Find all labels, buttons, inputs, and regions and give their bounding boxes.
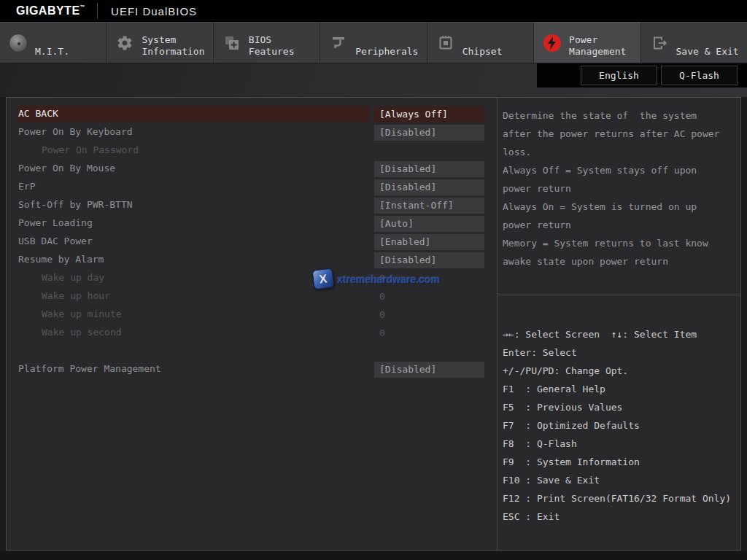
bottom-strip: [0, 551, 747, 560]
tab-mit[interactable]: M.I.T.: [0, 22, 107, 63]
setting-label: Platform Power Management: [18, 363, 161, 374]
setting-value[interactable]: [Disabled]: [374, 125, 484, 141]
watermark-text: xtremehardware.com: [337, 273, 440, 285]
tab-save-exit[interactable]: Save & Exit: [641, 22, 747, 63]
watermark: X xtremehardware.com: [313, 269, 440, 289]
setting-label: Wake up day: [42, 272, 104, 283]
tab-label: SystemInformation: [142, 34, 204, 63]
language-button[interactable]: English: [581, 66, 657, 85]
lightning-icon: [542, 34, 562, 52]
setting-value[interactable]: [Disabled]: [374, 161, 484, 177]
setting-label: Soft-Off by PWR-BTTN: [18, 199, 133, 210]
tab-label: Save & Exit: [676, 46, 739, 63]
item-help-text: Determine the state of the systemafter t…: [498, 98, 740, 295]
key-line: F12 : Print Screen(FAT16/32 Format Only): [503, 489, 740, 508]
help-line: power return: [503, 216, 738, 234]
setting-label: Power On Password: [42, 144, 139, 155]
key-line: F8 : Q-Flash: [503, 435, 740, 453]
help-line: Determine the state of the system: [503, 106, 738, 125]
help-line: after the power returns after AC power: [503, 125, 738, 143]
help-pane: Determine the state of the systemafter t…: [498, 98, 740, 550]
mit-dial-icon: [8, 34, 28, 52]
setting-value[interactable]: [Enabled]: [374, 234, 484, 250]
key-line: →←: Select Screen ↑↓: Select Item: [503, 325, 740, 343]
tab-bar: M.I.T. SystemInformation BIOSFeatures Pe…: [0, 22, 747, 63]
tab-label: Peripherals: [355, 46, 418, 63]
row-spacer: [7, 343, 497, 361]
setting-label: AC BACK: [18, 108, 58, 119]
setting-label: Power On By Mouse: [18, 163, 115, 174]
tab-label: PowerManagement: [569, 34, 626, 63]
setting-row-wake-up-second[interactable]: Wake up second0: [7, 324, 497, 343]
setting-value[interactable]: [Auto]: [374, 216, 484, 232]
gear-icon: [115, 34, 135, 52]
setting-label: Wake up second: [42, 327, 122, 338]
tab-chipset[interactable]: Chipset: [427, 22, 534, 63]
setting-row-soft-off-by-pwr-bttn[interactable]: Soft-Off by PWR-BTTN[Instant-Off]: [7, 197, 497, 215]
setting-row-resume-by-alarm[interactable]: Resume by Alarm[Disabled]: [7, 252, 497, 270]
key-line: F5 : Previous Values: [503, 398, 740, 416]
key-line: Enter: Select: [503, 343, 740, 362]
settings-list: AC BACK[Always Off]Power On By Keyboard[…: [7, 98, 498, 550]
main-panel: AC BACK[Always Off]Power On By Keyboard[…: [6, 97, 741, 551]
tab-power-management[interactable]: PowerManagement: [534, 22, 640, 63]
setting-label: USB DAC Power: [18, 236, 93, 246]
topbar-divider: [97, 3, 98, 19]
peripheral-port-icon: [328, 34, 349, 52]
tab-bios-features[interactable]: BIOSFeatures: [214, 22, 320, 63]
setting-value[interactable]: [Disabled]: [374, 362, 484, 378]
trademark: ™: [80, 4, 86, 9]
sub-bar: English Q-Flash: [0, 63, 747, 97]
help-line: awake state upon power return: [503, 252, 738, 271]
setting-value[interactable]: [Disabled]: [374, 179, 484, 195]
setting-row-wake-up-minute[interactable]: Wake up minute0: [7, 306, 497, 324]
help-line: loss.: [503, 143, 738, 161]
tab-label: Chipset: [462, 46, 503, 63]
help-divider: [498, 295, 740, 295]
help-line: power return: [503, 179, 738, 198]
gigabyte-logo: GIGABYTE™: [16, 4, 85, 18]
setting-row-power-on-password[interactable]: Power On Password: [7, 142, 497, 160]
setting-label: ErP: [18, 181, 35, 192]
setting-label: Wake up hour: [42, 290, 110, 301]
setting-label: Resume by Alarm: [18, 254, 104, 265]
key-line: F10 : Save & Exit: [503, 471, 740, 489]
setting-row-wake-up-hour[interactable]: Wake up hour0: [7, 288, 497, 306]
setting-value[interactable]: [Disabled]: [374, 252, 484, 268]
help-line: Always On = System is turned on up: [503, 198, 738, 216]
top-bar: GIGABYTE™ UEFI DualBIOS: [0, 0, 747, 22]
setting-value[interactable]: [Always Off]: [374, 106, 484, 122]
qflash-button[interactable]: Q-Flash: [661, 66, 738, 85]
tab-peripherals[interactable]: Peripherals: [320, 22, 427, 63]
uefi-title: UEFI DualBIOS: [111, 5, 197, 18]
setting-value: 0: [374, 307, 484, 323]
setting-row-ac-back[interactable]: AC BACK[Always Off]: [7, 106, 497, 124]
setting-row-power-on-by-keyboard[interactable]: Power On By Keyboard[Disabled]: [7, 124, 497, 142]
quick-bar: English Q-Flash: [581, 66, 738, 85]
key-line: F1 : General Help: [503, 380, 740, 398]
key-line: ESC : Exit: [503, 508, 740, 526]
key-legend: →←: Select Screen ↑↓: Select ItemEnter: …: [498, 325, 740, 526]
tab-label: BIOSFeatures: [249, 34, 295, 63]
watermark-x-icon: X: [311, 268, 334, 289]
setting-row-power-on-by-mouse[interactable]: Power On By Mouse[Disabled]: [7, 160, 497, 179]
setting-row-erp[interactable]: ErP[Disabled]: [7, 179, 497, 197]
setting-label: Power On By Keyboard: [18, 126, 133, 137]
setting-value: 0: [374, 289, 484, 305]
setting-value: 0: [374, 325, 484, 341]
key-line: +/-/PU/PD: Change Opt.: [503, 362, 740, 380]
setting-row-usb-dac-power[interactable]: USB DAC Power[Enabled]: [7, 233, 497, 252]
setting-row-power-loading[interactable]: Power Loading[Auto]: [7, 215, 497, 233]
chip-plus-icon: [222, 34, 242, 52]
setting-label: Wake up minute: [42, 308, 122, 319]
help-line: Memory = System returns to last know: [503, 234, 738, 252]
setting-value[interactable]: [Instant-Off]: [374, 198, 484, 214]
tab-system-information[interactable]: SystemInformation: [107, 22, 213, 63]
setting-label: Power Loading: [18, 217, 93, 228]
chipset-icon: [436, 34, 456, 52]
exit-door-icon: [649, 34, 670, 52]
key-line: F9 : System Information: [503, 453, 740, 471]
key-line: F7 : Optimized Defaults: [503, 416, 740, 435]
setting-row-platform-power-management[interactable]: Platform Power Management[Disabled]: [7, 361, 497, 379]
tab-label: M.I.T.: [35, 46, 69, 63]
